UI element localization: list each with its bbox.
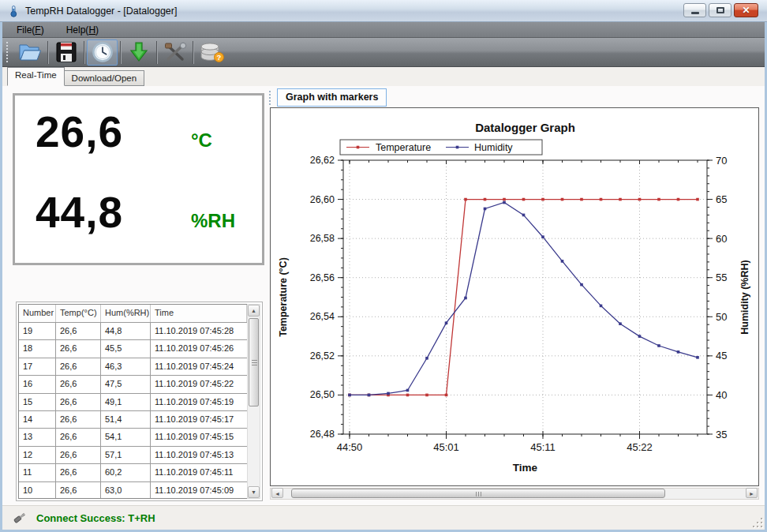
svg-text:?: ? [216, 53, 221, 62]
app-window: TempRH Datalogger - [Datalogger] ✕ File(… [0, 0, 767, 532]
svg-text:26,58: 26,58 [310, 233, 335, 244]
table-cell: 54,1 [101, 429, 151, 445]
svg-text:Temperature (°C): Temperature (°C) [278, 257, 289, 337]
svg-text:45:11: 45:11 [530, 441, 556, 453]
table-cell: 26,6 [56, 376, 101, 392]
table-row[interactable]: 1626,647,511.10.2019 07:45:22 [19, 376, 247, 393]
svg-text:Temperature: Temperature [376, 142, 431, 153]
table-cell: 11.10.2019 07:45:24 [151, 358, 247, 375]
svg-text:45: 45 [716, 350, 727, 362]
toolbar-separator [156, 41, 157, 64]
chart-scrollbar-thumb[interactable] [291, 489, 665, 498]
temperature-value: 26,6 [36, 107, 123, 157]
window-title: TempRH Datalogger - [Datalogger] [25, 6, 177, 17]
svg-text:26,52: 26,52 [310, 350, 335, 362]
status-bar: Connect Success: T+RH [2, 505, 765, 530]
save-button[interactable] [51, 39, 81, 66]
table-cell: 11.10.2019 07:45:13 [151, 447, 247, 463]
menu-item-help[interactable]: Help(H) [66, 24, 99, 36]
table-cell: 13 [19, 429, 56, 445]
table-row[interactable]: 1326,654,111.10.2019 07:45:15 [19, 429, 247, 446]
tab-real-time[interactable]: Real-Time [7, 67, 65, 86]
settings-button[interactable] [159, 39, 190, 66]
chart-horizontal-scrollbar[interactable]: ◄ ► [270, 488, 759, 500]
graph-with-markers-button[interactable]: Graph with markers [277, 88, 387, 107]
table-cell: 11.10.2019 07:45:11 [151, 464, 247, 481]
close-icon: ✕ [742, 5, 750, 16]
graph-toolbar-grip[interactable] [269, 91, 272, 105]
table-cell: 51,4 [101, 411, 151, 428]
table-cell: 11 [19, 464, 56, 481]
svg-text:70: 70 [716, 155, 727, 167]
table-cell: 26,6 [56, 429, 101, 445]
table-row[interactable]: 1926,644,811.10.2019 07:45:28 [19, 323, 247, 340]
main-content: 26,6 °C 44,8 %RH NumberTemp(°C)Hum(%RH)T… [2, 86, 765, 505]
svg-text:35: 35 [716, 429, 727, 440]
table-row[interactable]: 1126,660,211.10.2019 07:45:11 [19, 464, 247, 481]
svg-text:26,60: 26,60 [310, 194, 335, 205]
table-row[interactable]: 1826,645,511.10.2019 07:45:26 [19, 340, 247, 358]
table-cell: 18 [19, 340, 56, 357]
live-readout-panel: 26,6 °C 44,8 %RH [13, 93, 264, 265]
table-cell: 57,1 [101, 447, 151, 463]
table-scrollbar-thumb[interactable] [249, 318, 259, 406]
scroll-left-icon[interactable]: ◄ [271, 488, 283, 498]
data-table: NumberTemp(°C)Hum(%RH)Time1926,644,811.1… [18, 304, 247, 499]
table-cell: 15 [19, 394, 56, 410]
scroll-right-icon[interactable]: ► [746, 488, 758, 498]
tab-bar: Real-TimeDownload/Open [2, 67, 765, 86]
table-cell: 46,3 [101, 358, 151, 375]
tab-download-open[interactable]: Download/Open [65, 70, 144, 86]
table-cell: 26,6 [56, 447, 101, 463]
svg-text:26,48: 26,48 [310, 429, 335, 440]
table-row[interactable]: 1526,649,111.10.2019 07:45:19 [19, 394, 247, 411]
datalogger-chart: Datalogger Graph26,4826,5026,5226,5426,5… [271, 108, 758, 485]
column-header[interactable]: Time [151, 305, 247, 322]
save-floppy-icon [54, 41, 78, 63]
table-row[interactable]: 1026,663,011.10.2019 07:45:09 [19, 482, 247, 499]
svg-text:55: 55 [716, 272, 727, 283]
close-button[interactable]: ✕ [734, 3, 758, 17]
svg-text:26,62: 26,62 [310, 155, 335, 166]
scroll-up-icon[interactable]: ▲ [248, 305, 260, 317]
table-row[interactable]: 1726,646,311.10.2019 07:45:24 [19, 358, 247, 376]
toolbar-grip[interactable] [6, 42, 10, 62]
open-file-button[interactable] [14, 39, 45, 66]
resize-grip[interactable] [753, 518, 762, 527]
column-header[interactable]: Temp(°C) [56, 305, 101, 322]
table-cell: 16 [19, 376, 56, 392]
table-cell: 11.10.2019 07:45:19 [151, 394, 247, 410]
table-row[interactable]: 1226,657,111.10.2019 07:45:13 [19, 447, 247, 464]
clock-icon [91, 41, 114, 63]
svg-text:50: 50 [716, 311, 727, 323]
table-cell: 44,8 [101, 323, 151, 339]
table-scrollbar[interactable]: ▲ ▼ [247, 304, 260, 499]
table-cell: 14 [19, 411, 56, 428]
open-folder-icon [17, 41, 43, 63]
table-cell: 49,1 [101, 394, 151, 410]
app-icon [7, 5, 20, 17]
toolbar-separator [47, 41, 48, 64]
database-help-button[interactable]: ? [196, 39, 226, 66]
scroll-down-icon[interactable]: ▼ [248, 486, 260, 498]
table-cell: 12 [19, 447, 56, 463]
minimize-icon [691, 12, 699, 14]
column-header[interactable]: Number [19, 305, 56, 322]
table-cell: 45,5 [101, 340, 151, 357]
download-button[interactable] [123, 39, 154, 66]
table-row[interactable]: 1426,651,411.10.2019 07:45:17 [19, 411, 247, 429]
svg-text:45:01: 45:01 [433, 441, 459, 453]
minimize-button[interactable] [683, 3, 706, 17]
window-frame: File(F)Help(H) [2, 22, 765, 530]
table-cell: 17 [19, 358, 56, 375]
svg-text:44:50: 44:50 [337, 441, 363, 453]
column-header[interactable]: Hum(%RH) [101, 305, 151, 322]
graph-toolbar: Graph with markers [269, 88, 387, 107]
maximize-button[interactable] [709, 3, 731, 17]
table-cell: 26,6 [56, 340, 101, 357]
realtime-clock-button[interactable] [87, 39, 118, 66]
temperature-unit: °C [191, 129, 243, 152]
menu-item-file[interactable]: File(F) [17, 24, 44, 36]
table-cell: 26,6 [56, 482, 101, 499]
svg-text:Time: Time [513, 462, 538, 474]
